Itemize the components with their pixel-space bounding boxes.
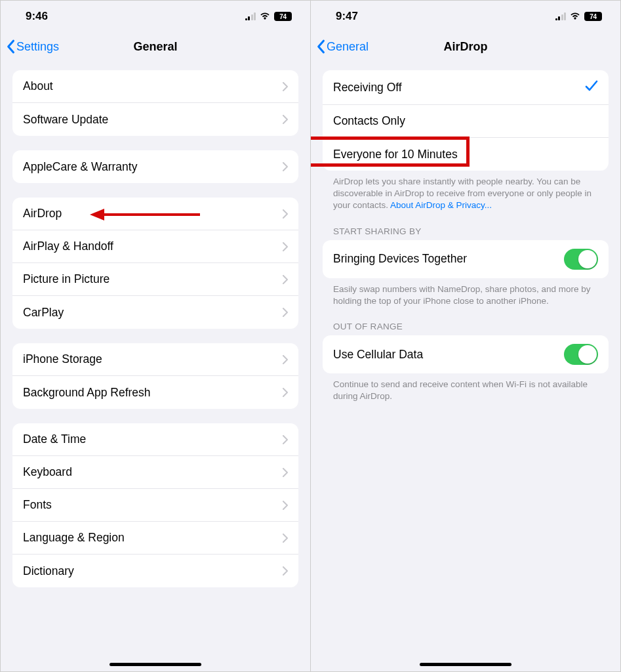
chevron-right-icon (283, 435, 288, 444)
group-header-sharing: START SHARING BY (323, 226, 609, 240)
row-carplay[interactable]: CarPlay (12, 296, 298, 329)
status-bar: 9:47 74 (311, 1, 620, 32)
chevron-right-icon (283, 468, 288, 477)
battery-icon: 74 (584, 12, 602, 21)
range-footnote: Continue to send and receive content whe… (323, 373, 609, 402)
checkmark-icon (585, 79, 598, 96)
chevron-right-icon (283, 242, 288, 251)
back-button[interactable]: General (316, 39, 369, 54)
chevron-right-icon (283, 308, 288, 317)
content[interactable]: About Software Update AppleCare & Warran… (1, 61, 310, 671)
row-background-refresh[interactable]: Background App Refresh (12, 376, 298, 409)
back-label: Settings (16, 40, 59, 54)
nav-header: Settings General (1, 32, 310, 61)
content[interactable]: Receiving Off Contacts Only Everyone for… (311, 61, 620, 671)
chevron-right-icon (283, 209, 288, 219)
row-pip[interactable]: Picture in Picture (12, 263, 298, 296)
status-icons: 74 (555, 11, 603, 22)
row-iphone-storage[interactable]: iPhone Storage (12, 343, 298, 376)
screenshot-pair: 9:46 74 Settings General About Softwar (0, 0, 621, 672)
row-fonts[interactable]: Fonts (12, 489, 298, 522)
home-indicator[interactable] (420, 663, 511, 666)
cellular-icon (555, 12, 567, 20)
wifi-icon (569, 11, 581, 22)
row-language-region[interactable]: Language & Region (12, 522, 298, 555)
chevron-right-icon (283, 355, 288, 364)
status-icons: 74 (245, 11, 292, 22)
phone-airdrop: 9:47 74 General AirDrop Receiving (311, 1, 620, 671)
row-keyboard[interactable]: Keyboard (12, 456, 298, 489)
row-bringing-devices[interactable]: Bringing Devices Together (323, 240, 609, 278)
home-indicator[interactable] (110, 663, 201, 666)
chevron-right-icon (283, 275, 288, 284)
back-button[interactable]: Settings (6, 39, 59, 54)
chevron-right-icon (283, 115, 288, 124)
chevron-right-icon (283, 566, 288, 576)
status-time: 9:46 (26, 10, 48, 23)
sharing-footnote: Easily swap numbers with NameDrop, share… (323, 278, 609, 307)
row-use-cellular[interactable]: Use Cellular Data (323, 335, 609, 373)
row-airdrop[interactable]: AirDrop (12, 198, 298, 230)
status-time: 9:47 (336, 10, 358, 23)
row-contacts-only[interactable]: Contacts Only (323, 105, 609, 138)
battery-icon: 74 (274, 12, 292, 21)
row-date-time[interactable]: Date & Time (12, 423, 298, 456)
back-label: General (327, 40, 369, 54)
chevron-right-icon (283, 82, 288, 91)
row-airplay[interactable]: AirPlay & Handoff (12, 230, 298, 263)
cellular-icon (245, 12, 256, 20)
about-airdrop-link[interactable]: About AirDrop & Privacy... (390, 200, 492, 210)
row-software-update[interactable]: Software Update (12, 103, 298, 136)
wifi-icon (259, 11, 271, 22)
toggle-bringing-devices[interactable] (564, 249, 598, 270)
toggle-use-cellular[interactable] (564, 344, 598, 365)
chevron-left-icon (316, 39, 325, 54)
chevron-right-icon (283, 162, 288, 171)
row-everyone-10min[interactable]: Everyone for 10 Minutes (323, 138, 609, 171)
chevron-right-icon (283, 388, 288, 397)
nav-header: General AirDrop (311, 32, 620, 61)
chevron-right-icon (283, 501, 288, 510)
group-header-range: OUT OF RANGE (323, 322, 609, 335)
row-applecare[interactable]: AppleCare & Warranty (12, 150, 298, 183)
row-receiving-off[interactable]: Receiving Off (323, 70, 609, 105)
row-about[interactable]: About (12, 70, 298, 103)
chevron-left-icon (6, 39, 15, 54)
receiving-footnote: AirDrop lets you share instantly with pe… (323, 171, 609, 212)
chevron-right-icon (283, 534, 288, 543)
phone-general: 9:46 74 Settings General About Softwar (1, 1, 311, 671)
row-dictionary[interactable]: Dictionary (12, 555, 298, 587)
status-bar: 9:46 74 (1, 1, 310, 32)
